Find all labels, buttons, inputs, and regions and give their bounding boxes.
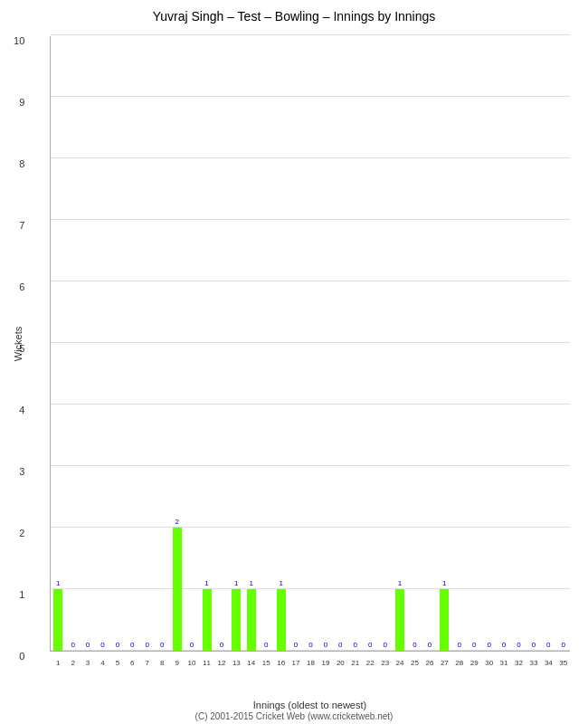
grid-line xyxy=(51,588,570,589)
x-tick-label: 23 xyxy=(381,659,389,667)
x-tick-label: 24 xyxy=(396,659,404,667)
chart-container: Yuvraj Singh – Test – Bowling – Innings … xyxy=(0,0,588,724)
bar xyxy=(277,589,286,651)
x-tick-label: 18 xyxy=(307,659,315,667)
x-tick-label: 5 xyxy=(116,659,119,667)
grid-line xyxy=(51,157,570,158)
bar-value-label: 1 xyxy=(230,579,242,587)
x-tick-label: 33 xyxy=(529,659,537,667)
y-tick-label: 2 xyxy=(19,528,24,538)
bar-value-label: 0 xyxy=(379,641,392,649)
y-tick-label: 5 xyxy=(19,343,24,354)
bar xyxy=(440,589,449,651)
bar-value-label: 0 xyxy=(498,641,510,649)
x-tick-label: 35 xyxy=(559,659,567,667)
bar-value-label: 0 xyxy=(319,641,332,649)
y-tick-label: 6 xyxy=(19,281,24,292)
bar-value-label: 0 xyxy=(349,641,362,649)
bar-value-label: 0 xyxy=(305,641,318,649)
grid-line xyxy=(51,527,570,528)
y-tick-label: 7 xyxy=(19,220,24,231)
bar-value-label: 0 xyxy=(483,641,496,649)
x-tick-label: 15 xyxy=(262,659,270,667)
grid-line xyxy=(51,650,570,651)
x-tick-label: 10 xyxy=(188,659,196,667)
bar-value-label: 0 xyxy=(111,641,124,649)
x-tick-label: 28 xyxy=(455,659,463,667)
bar-value-label: 0 xyxy=(453,641,466,649)
bar-value-label: 0 xyxy=(67,641,80,649)
x-tick-label: 1 xyxy=(56,659,60,667)
bar-value-label: 1 xyxy=(52,579,64,587)
x-tick-label: 4 xyxy=(100,659,104,667)
x-tick-label: 3 xyxy=(86,659,90,667)
x-tick-label: 34 xyxy=(545,659,553,667)
x-tick-label: 19 xyxy=(321,659,329,667)
x-tick-label: 8 xyxy=(160,659,164,667)
x-tick-label: 6 xyxy=(130,659,134,667)
bar-value-label: 0 xyxy=(97,641,109,649)
bar-value-label: 1 xyxy=(275,579,288,587)
x-tick-label: 11 xyxy=(203,659,211,667)
bar-value-label: 0 xyxy=(185,641,198,649)
y-tick-label: 8 xyxy=(19,158,24,169)
x-tick-label: 26 xyxy=(425,659,433,667)
x-tick-label: 30 xyxy=(485,659,493,667)
bar-value-label: 0 xyxy=(141,641,154,649)
bar xyxy=(395,589,404,651)
bar-value-label: 1 xyxy=(438,579,450,587)
bar-value-label: 0 xyxy=(557,641,570,649)
bar-value-label: 0 xyxy=(527,641,540,649)
y-tick-label: 4 xyxy=(19,405,24,415)
bar-value-label: 2 xyxy=(171,518,184,526)
grid-line xyxy=(51,219,570,220)
x-tick-label: 21 xyxy=(351,659,359,667)
y-tick-label: 3 xyxy=(19,466,24,477)
bar xyxy=(53,589,62,651)
y-tick-label: 1 xyxy=(19,589,24,600)
x-tick-label: 13 xyxy=(232,659,241,667)
x-tick-label: 29 xyxy=(470,659,479,667)
x-tick-label: 25 xyxy=(411,659,419,667)
bar-value-label: 0 xyxy=(542,641,555,649)
bar xyxy=(203,589,212,651)
x-tick-label: 2 xyxy=(71,659,74,667)
x-tick-label: 31 xyxy=(500,659,508,667)
bar-value-label: 0 xyxy=(423,641,436,649)
bar-value-label: 0 xyxy=(364,641,376,649)
y-tick-label: 10 xyxy=(14,35,24,46)
bar-value-label: 0 xyxy=(334,641,346,649)
chart-area: 0123456789101102030405060708290101110121… xyxy=(50,36,570,652)
x-tick-label: 17 xyxy=(292,659,300,667)
x-tick-label: 27 xyxy=(441,659,449,667)
bar-value-label: 0 xyxy=(215,641,228,649)
y-tick-label: 0 xyxy=(19,651,24,662)
chart-title: Yuvraj Singh – Test – Bowling – Innings … xyxy=(0,0,588,28)
bar-value-label: 0 xyxy=(260,641,272,649)
bar-value-label: 0 xyxy=(513,641,526,649)
copyright-text: (C) 2001-2015 Cricket Web (www.cricketwe… xyxy=(0,711,588,721)
bar-value-label: 0 xyxy=(81,641,94,649)
grid-line xyxy=(51,342,570,343)
bar-value-label: 0 xyxy=(156,641,168,649)
x-axis-title: Innings (oldest to newest) xyxy=(50,700,570,710)
bar-value-label: 1 xyxy=(394,579,406,587)
bar-value-label: 0 xyxy=(126,641,138,649)
bar-value-label: 1 xyxy=(201,579,213,587)
x-tick-label: 22 xyxy=(366,659,375,667)
x-tick-label: 14 xyxy=(247,659,255,667)
bar xyxy=(173,528,182,651)
y-tick-label: 9 xyxy=(19,97,24,108)
x-tick-label: 12 xyxy=(217,659,225,667)
x-tick-label: 9 xyxy=(175,659,178,667)
grid-line xyxy=(51,34,570,35)
grid-line xyxy=(51,96,570,97)
bar xyxy=(247,589,256,651)
bar xyxy=(232,589,241,651)
x-tick-label: 16 xyxy=(277,659,285,667)
bar-value-label: 0 xyxy=(409,641,422,649)
bar-value-label: 1 xyxy=(245,579,258,587)
x-tick-label: 7 xyxy=(146,659,149,667)
grid-line xyxy=(51,404,570,405)
x-tick-label: 32 xyxy=(515,659,523,667)
